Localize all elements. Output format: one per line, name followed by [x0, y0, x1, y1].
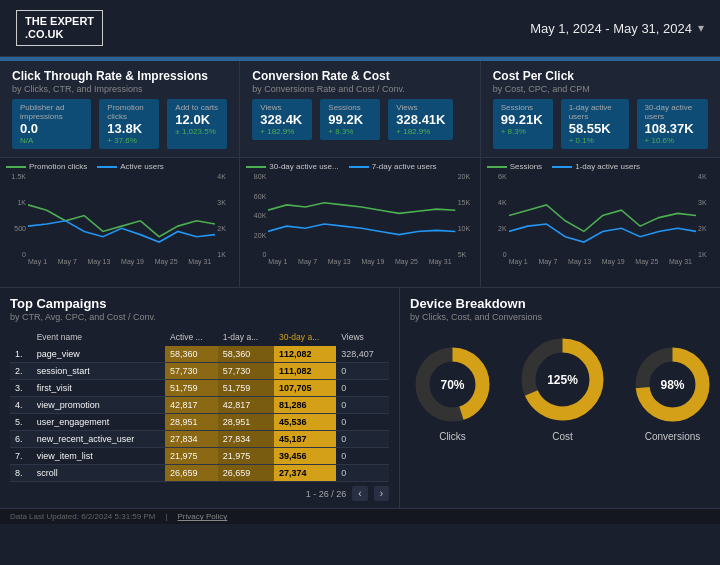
table-row: 3. first_visit 51,759 51,759 107,705 0 [10, 380, 389, 397]
row-oneday: 51,759 [218, 380, 274, 397]
metrics-row: Click Through Rate & Impressions by Clic… [0, 61, 720, 158]
date-range-display[interactable]: May 1, 2024 - May 31, 2024 ▾ [530, 21, 704, 36]
row-num: 3. [10, 380, 32, 397]
ctr-card-2-label: Add to carts [175, 103, 219, 112]
footer: Data Last Updated: 6/2/2024 5:31:59 PM |… [0, 508, 720, 524]
row-active: 58,360 [165, 346, 218, 363]
table-header-row: Event name Active ... 1-day a... 30-day … [10, 328, 389, 346]
row-oneday: 26,659 [218, 465, 274, 482]
row-views: 0 [336, 465, 389, 482]
row-num: 6. [10, 431, 32, 448]
row-active: 27,834 [165, 431, 218, 448]
ctr-card-0: Publisher ad impressions 0.0 N/A [12, 99, 91, 149]
legend-promotion-clicks: Promotion clicks [6, 162, 87, 171]
conv-card-0-change: + 182.9% [260, 127, 304, 136]
row-views: 328,407 [336, 346, 389, 363]
ctr-card-1-change: + 37.6% [107, 136, 151, 145]
pagination: 1 - 26 / 26 ‹ › [10, 486, 389, 501]
cpc-card-2-value: 108.37K [645, 121, 700, 136]
conv-card-2-value: 328.41K [396, 112, 445, 127]
ctr-card-0-label: Publisher ad impressions [20, 103, 83, 121]
campaigns-title: Top Campaigns [10, 296, 389, 311]
table-row: 1. page_view 58,360 58,360 112,082 328,4… [10, 346, 389, 363]
conv-card-2: Views 328.41K + 182.9% [388, 99, 453, 140]
header: THE EXPERT .CO.UK May 1, 2024 - May 31, … [0, 0, 720, 57]
green-line-icon-2 [246, 166, 266, 168]
row-views: 0 [336, 363, 389, 380]
th-1day: 1-day a... [218, 328, 274, 346]
conv-card-2-change: + 182.9% [396, 127, 445, 136]
row-num: 2. [10, 363, 32, 380]
conv-card-1-value: 99.2K [328, 112, 372, 127]
ctr-card-1-label: Promotion clicks [107, 103, 151, 121]
th-views: Views [336, 328, 389, 346]
cpc-card-2-label: 30-day active users [645, 103, 700, 121]
th-num [10, 328, 32, 346]
table-row: 7. view_item_list 21,975 21,975 39,456 0 [10, 448, 389, 465]
table-row: 2. session_start 57,730 57,730 111,082 0 [10, 363, 389, 380]
donut-row: 70% Clicks 125% Cost 98% [410, 332, 715, 442]
date-range-text: May 1, 2024 - May 31, 2024 [530, 21, 692, 36]
donut-cost-label: Cost [552, 431, 573, 442]
conv-title: Conversion Rate & Cost [252, 69, 467, 83]
row-event: view_promotion [32, 397, 165, 414]
top-campaigns-section: Top Campaigns by CTR, Avg. CPC, and Cost… [0, 288, 400, 508]
row-num: 5. [10, 414, 32, 431]
table-row: 4. view_promotion 42,817 42,817 81,286 0 [10, 397, 389, 414]
svg-text:70%: 70% [440, 378, 464, 392]
conv-card-2-label: Views [396, 103, 445, 112]
row-active: 42,817 [165, 397, 218, 414]
th-30day: 30-day a... [274, 328, 336, 346]
chart-conv-legend: 30-day active use... 7-day active users [246, 162, 473, 171]
charts-row: Promotion clicks Active users 1.5K1K5000 [0, 158, 720, 288]
cpc-title: Cost Per Click [493, 69, 708, 83]
table-row: 6. new_recent_active_user 27,834 27,834 … [10, 431, 389, 448]
row-oneday: 58,360 [218, 346, 274, 363]
row-views: 0 [336, 431, 389, 448]
conv-section: Conversion Rate & Cost by Conversions Ra… [240, 61, 480, 157]
donut-conversions-label: Conversions [645, 431, 701, 442]
row-event: view_item_list [32, 448, 165, 465]
row-active: 51,759 [165, 380, 218, 397]
row-30day: 39,456 [274, 448, 336, 465]
ctr-subtitle: by Clicks, CTR, and Impressions [12, 84, 227, 94]
green-line-icon [6, 166, 26, 168]
row-num: 1. [10, 346, 32, 363]
row-oneday: 27,834 [218, 431, 274, 448]
row-views: 0 [336, 380, 389, 397]
chart-cpc: Sessions 1-day active users 6K4K2K0 4K3K… [481, 158, 720, 287]
row-30day: 45,187 [274, 431, 336, 448]
cpc-card-1: 1-day active users 58.55K + 0.1% [561, 99, 629, 149]
row-num: 7. [10, 448, 32, 465]
row-event: user_engagement [32, 414, 165, 431]
pagination-next-button[interactable]: › [374, 486, 389, 501]
cpc-cards: Sessions 99.21K + 8.3% 1-day active user… [493, 99, 708, 149]
row-30day: 27,374 [274, 465, 336, 482]
row-active: 57,730 [165, 363, 218, 380]
legend-1day: 1-day active users [552, 162, 640, 171]
row-views: 0 [336, 414, 389, 431]
ctr-card-0-change: N/A [20, 136, 83, 145]
row-30day: 81,286 [274, 397, 336, 414]
th-active: Active ... [165, 328, 218, 346]
ctr-card-2-value: 12.0K [175, 112, 219, 127]
svg-text:98%: 98% [660, 378, 684, 392]
device-breakdown-section: Device Breakdown by Clicks, Cost, and Co… [400, 288, 720, 508]
row-views: 0 [336, 448, 389, 465]
blue-line-icon-3 [552, 166, 572, 168]
legend-sessions: Sessions [487, 162, 542, 171]
blue-line-icon-2 [349, 166, 369, 168]
cpc-card-1-change: + 0.1% [569, 136, 621, 145]
row-num: 8. [10, 465, 32, 482]
device-subtitle: by Clicks, Cost, and Conversions [410, 312, 715, 322]
footer-privacy-link[interactable]: Privacy Policy [178, 512, 228, 521]
blue-line-icon [97, 166, 117, 168]
ctr-section: Click Through Rate & Impressions by Clic… [0, 61, 240, 157]
pagination-text: 1 - 26 / 26 [306, 489, 347, 499]
logo-line1: THE EXPERT [25, 15, 94, 28]
pagination-prev-button[interactable]: ‹ [352, 486, 367, 501]
cpc-card-1-label: 1-day active users [569, 103, 621, 121]
cpc-card-0-value: 99.21K [501, 112, 545, 127]
legend-active-users-ctr: Active users [97, 162, 164, 171]
conv-cards: Views 328.4K + 182.9% Sessions 99.2K + 8… [252, 99, 467, 140]
